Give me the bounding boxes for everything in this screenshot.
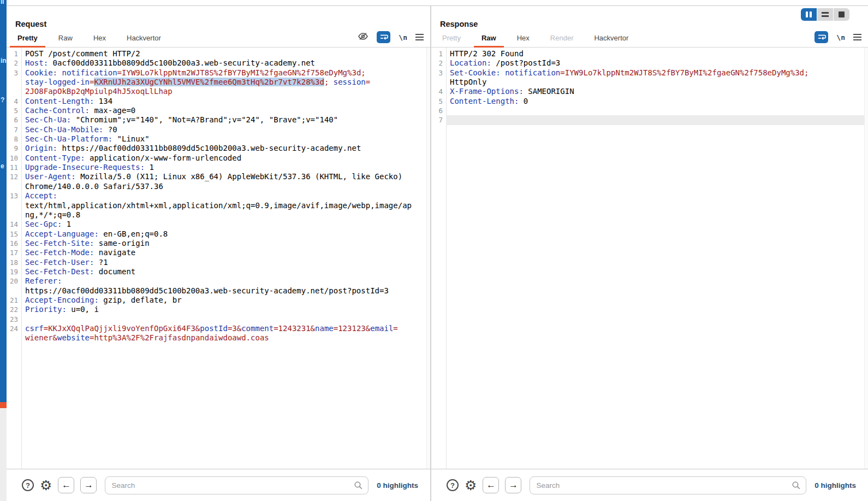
code-line-text[interactable]: User-Agent: Mozilla/5.0 (X11; Linux x86_… — [21, 172, 426, 181]
show-newlines-icon[interactable]: \n — [399, 33, 407, 42]
code-line-text[interactable]: HttpOnly — [446, 78, 864, 87]
code-line: 14Sec-Gpc: 1 — [7, 220, 430, 229]
hide-nonprintable-icon[interactable] — [358, 32, 368, 43]
code-line: 4X-Frame-Options: SAMEORIGIN — [431, 87, 868, 96]
response-search-input[interactable] — [530, 476, 806, 494]
settings-gear-icon[interactable]: ⚙ — [465, 479, 477, 491]
line-number: 2 — [7, 58, 21, 68]
code-line-text[interactable]: POST /post/comment HTTP/2 — [21, 49, 426, 58]
code-line-text[interactable] — [446, 106, 864, 115]
code-line-text[interactable]: Cache-Control: max-age=0 — [21, 106, 426, 115]
search-prev-button[interactable]: ← — [483, 477, 499, 493]
search-next-button[interactable]: → — [505, 477, 521, 493]
settings-gear-icon[interactable]: ⚙ — [40, 479, 52, 491]
code-line-text[interactable] — [446, 115, 864, 125]
code-line-text[interactable]: Sec-Ch-Ua-Platform: "Linux" — [21, 134, 426, 144]
tab-pretty: Pretty — [440, 31, 463, 47]
code-line: 2Location: /post?postId=3 — [431, 58, 868, 68]
code-line-text[interactable]: Accept-Language: en-GB,en;q=0.8 — [21, 229, 426, 239]
code-line-text[interactable]: Location: /post?postId=3 — [446, 58, 864, 68]
code-line-text[interactable]: Accept: — [21, 191, 426, 201]
code-line-text[interactable]: Host: 0acf00dd03311bb0809dd5c100b200a3.w… — [21, 58, 426, 68]
code-line-text[interactable]: Sec-Fetch-Dest: document — [21, 267, 426, 276]
code-line-text[interactable]: Cookie: notification=IYW9Lo7klppNtm2WJT8… — [21, 68, 426, 78]
tab-pretty[interactable]: Pretty — [15, 31, 40, 47]
editor-menu-icon[interactable] — [853, 34, 861, 40]
code-line: 9Origin: https://0acf00dd03311bb0809dd5c… — [7, 144, 430, 153]
message-editor-split-view: Request PrettyRawHexHackvertor — [7, 5, 868, 501]
code-line-text[interactable]: Content-Length: 0 — [446, 97, 864, 106]
code-line-text[interactable]: https://0acf00dd03311bb0809dd5c100b200a3… — [21, 286, 426, 296]
line-number: 15 — [7, 229, 21, 239]
line-number: 20 — [7, 276, 21, 286]
request-editor[interactable]: 1POST /post/comment HTTP/22Host: 0acf00d… — [7, 48, 430, 469]
code-line-text[interactable]: text/html,application/xhtml+xml,applicat… — [21, 201, 426, 210]
layout-single-button[interactable] — [834, 8, 849, 21]
line-number: 6 — [7, 115, 21, 125]
line-number: 5 — [7, 106, 21, 115]
code-line-text[interactable]: Sec-Fetch-User: ?1 — [21, 258, 426, 267]
code-line-text[interactable]: Sec-Gpc: 1 — [21, 220, 426, 229]
code-line-text[interactable]: Origin: https://0acf00dd03311bb0809dd5c1… — [21, 144, 426, 153]
code-line-text[interactable]: ng,*/*;q=0.8 — [21, 210, 426, 220]
code-line-text[interactable]: X-Frame-Options: SAMEORIGIN — [446, 87, 864, 96]
tab-hex[interactable]: Hex — [515, 31, 532, 47]
code-line: 10Content-Type: application/x-www-form-u… — [7, 154, 430, 163]
code-line-text[interactable]: Sec-Fetch-Mode: navigate — [21, 248, 426, 257]
help-icon[interactable]: ? — [447, 479, 459, 491]
code-line-text[interactable]: HTTP/2 302 Found — [446, 49, 864, 58]
tab-raw[interactable]: Raw — [56, 31, 75, 47]
code-line-text[interactable]: Content-Type: application/x-www-form-url… — [21, 154, 426, 163]
code-line-text[interactable]: 2JO8FapOkBp2qMpiulp4hJ5xoqLlLhap — [21, 87, 426, 96]
request-panel: Request PrettyRawHexHackvertor — [7, 6, 431, 501]
line-number: 4 — [7, 97, 21, 106]
tab-hackvertor[interactable]: Hackvertor — [592, 31, 631, 47]
search-next-button[interactable]: → — [80, 477, 97, 493]
search-prev-button[interactable]: ← — [58, 477, 74, 493]
line-number: 2 — [431, 58, 446, 68]
line-number — [7, 182, 21, 191]
tab-raw[interactable]: Raw — [479, 31, 498, 47]
line-number: 19 — [7, 267, 21, 276]
tab-hex[interactable]: Hex — [91, 31, 108, 47]
response-editor[interactable]: 1HTTP/2 302 Found2Location: /post?postId… — [431, 48, 868, 469]
code-line: 1HTTP/2 302 Found — [431, 49, 868, 58]
line-number: 14 — [7, 220, 21, 229]
code-line-text[interactable]: Accept-Encoding: gzip, deflate, br — [21, 296, 426, 305]
code-line: 7Sec-Ch-Ua-Mobile: ?0 — [7, 125, 430, 134]
tab-render: Render — [548, 31, 576, 47]
code-line: HttpOnly — [431, 78, 868, 87]
layout-columns-button[interactable] — [801, 8, 817, 21]
code-line-text[interactable]: Upgrade-Insecure-Requests: 1 — [21, 163, 426, 172]
background-window-gray-strip — [0, 408, 7, 501]
code-line-text[interactable]: Referer: — [21, 276, 426, 286]
code-line-text[interactable]: csrf=KKJxXQqlPaQjjxli9voYenfOpGxi64F3&po… — [21, 324, 426, 333]
code-line-text[interactable]: wiener&website=http%3A%2F%2Frajfasdnpand… — [21, 333, 426, 343]
word-wrap-toggle-icon[interactable] — [377, 31, 390, 43]
request-search-input[interactable] — [105, 476, 368, 494]
tab-hackvertor[interactable]: Hackvertor — [124, 31, 163, 47]
layout-rows-button[interactable] — [817, 8, 833, 21]
request-editor-toolbar: \n — [358, 31, 424, 43]
line-number: 24 — [7, 324, 21, 333]
word-wrap-toggle-icon[interactable] — [815, 31, 828, 43]
code-line-text[interactable]: Chrome/140.0.0.0 Safari/537.36 — [21, 182, 426, 191]
code-line-text[interactable]: Sec-Ch-Ua-Mobile: ?0 — [21, 125, 426, 134]
code-line: 11Upgrade-Insecure-Requests: 1 — [7, 163, 430, 172]
code-line-text[interactable]: Priority: u=0, i — [21, 305, 426, 314]
request-scrollbar[interactable] — [426, 48, 430, 469]
code-line-text[interactable]: Content-Length: 134 — [21, 97, 426, 106]
code-line-text[interactable]: Set-Cookie: notification=IYW9Lo7klppNtm2… — [446, 68, 864, 78]
line-number: 22 — [7, 305, 21, 314]
code-line: 5Content-Length: 0 — [431, 97, 868, 106]
response-scrollbar[interactable] — [864, 48, 868, 469]
code-line-text[interactable] — [21, 315, 426, 324]
request-tabs-bar: PrettyRawHexHackvertor — [7, 30, 430, 48]
code-line: ng,*/*;q=0.8 — [7, 210, 430, 220]
code-line-text[interactable]: Sec-Fetch-Site: same-origin — [21, 239, 426, 248]
code-line-text[interactable]: stay-logged-in=KXRnUJh2a3XUgCYNhl5VMVE%2… — [21, 78, 426, 87]
help-icon[interactable]: ? — [22, 479, 34, 491]
editor-menu-icon[interactable] — [415, 34, 424, 40]
code-line-text[interactable]: Sec-Ch-Ua: "Chromium";v="140", "Not=A?Br… — [21, 115, 426, 125]
show-newlines-icon[interactable]: \n — [836, 33, 845, 42]
